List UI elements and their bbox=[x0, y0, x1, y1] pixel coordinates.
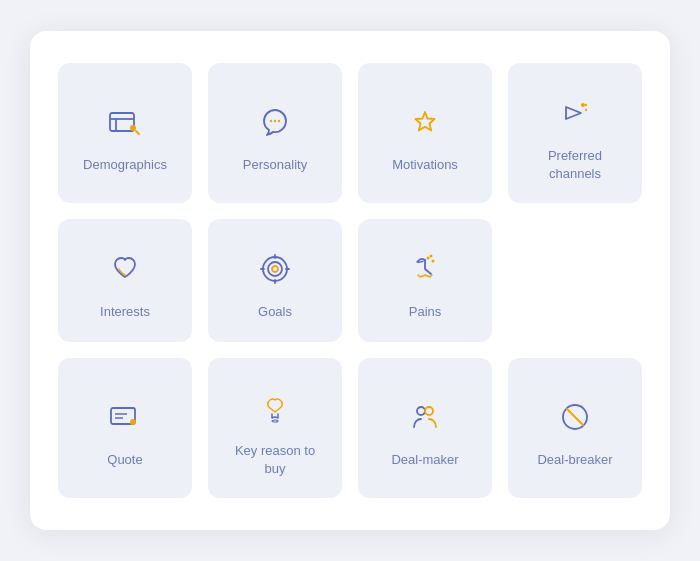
motivations-icon bbox=[403, 100, 447, 144]
svg-point-20 bbox=[430, 255, 433, 258]
cell-demographics[interactable]: Demographics bbox=[58, 63, 192, 203]
interests-icon bbox=[103, 247, 147, 291]
pains-icon bbox=[403, 247, 447, 291]
deal-breaker-label: Deal-breaker bbox=[537, 451, 612, 469]
cell-empty bbox=[508, 219, 642, 341]
preferred-channels-label: Preferred channels bbox=[524, 147, 626, 183]
svg-point-27 bbox=[425, 407, 433, 415]
main-card: Demographics Personality Motivations Pre… bbox=[30, 31, 670, 530]
interests-label: Interests bbox=[100, 303, 150, 321]
svg-point-9 bbox=[585, 109, 587, 111]
svg-point-5 bbox=[270, 120, 272, 122]
grid-row-1: Interests Goals Pains bbox=[58, 219, 642, 341]
svg-point-24 bbox=[130, 419, 136, 425]
cell-goals[interactable]: Goals bbox=[208, 219, 342, 341]
key-reason-icon bbox=[253, 386, 297, 430]
grid-row-0: Demographics Personality Motivations Pre… bbox=[58, 63, 642, 203]
svg-point-25 bbox=[272, 420, 278, 422]
cell-preferred-channels[interactable]: Preferred channels bbox=[508, 63, 642, 203]
cell-deal-breaker[interactable]: Deal-breaker bbox=[508, 358, 642, 498]
goals-icon bbox=[253, 247, 297, 291]
cell-deal-maker[interactable]: Deal-maker bbox=[358, 358, 492, 498]
svg-point-10 bbox=[585, 104, 587, 106]
svg-point-8 bbox=[581, 103, 585, 107]
cell-key-reason[interactable]: Key reason to buy bbox=[208, 358, 342, 498]
deal-breaker-icon bbox=[553, 395, 597, 439]
svg-point-12 bbox=[268, 262, 282, 276]
svg-point-19 bbox=[432, 260, 435, 263]
svg-point-11 bbox=[263, 257, 287, 281]
svg-line-29 bbox=[567, 409, 583, 425]
key-reason-label: Key reason to buy bbox=[224, 442, 326, 478]
svg-point-7 bbox=[278, 120, 280, 122]
svg-point-18 bbox=[427, 257, 430, 260]
grid-row-2: Quote Key reason to buy Deal-maker Deal-… bbox=[58, 358, 642, 498]
personality-icon bbox=[253, 100, 297, 144]
personality-label: Personality bbox=[243, 156, 307, 174]
demographics-icon bbox=[103, 100, 147, 144]
quote-icon bbox=[103, 395, 147, 439]
svg-point-3 bbox=[130, 125, 136, 131]
preferred-channels-icon bbox=[553, 91, 597, 135]
motivations-label: Motivations bbox=[392, 156, 458, 174]
cell-personality[interactable]: Personality bbox=[208, 63, 342, 203]
deal-maker-icon bbox=[403, 395, 447, 439]
cell-interests[interactable]: Interests bbox=[58, 219, 192, 341]
deal-maker-label: Deal-maker bbox=[391, 451, 458, 469]
pains-label: Pains bbox=[409, 303, 442, 321]
svg-point-26 bbox=[417, 407, 425, 415]
cell-pains[interactable]: Pains bbox=[358, 219, 492, 341]
cell-motivations[interactable]: Motivations bbox=[358, 63, 492, 203]
svg-point-6 bbox=[274, 120, 276, 122]
svg-point-13 bbox=[272, 266, 278, 272]
svg-line-4 bbox=[136, 131, 139, 134]
cell-quote[interactable]: Quote bbox=[58, 358, 192, 498]
persona-grid: Demographics Personality Motivations Pre… bbox=[58, 63, 642, 498]
quote-label: Quote bbox=[107, 451, 142, 469]
goals-label: Goals bbox=[258, 303, 292, 321]
demographics-label: Demographics bbox=[83, 156, 167, 174]
